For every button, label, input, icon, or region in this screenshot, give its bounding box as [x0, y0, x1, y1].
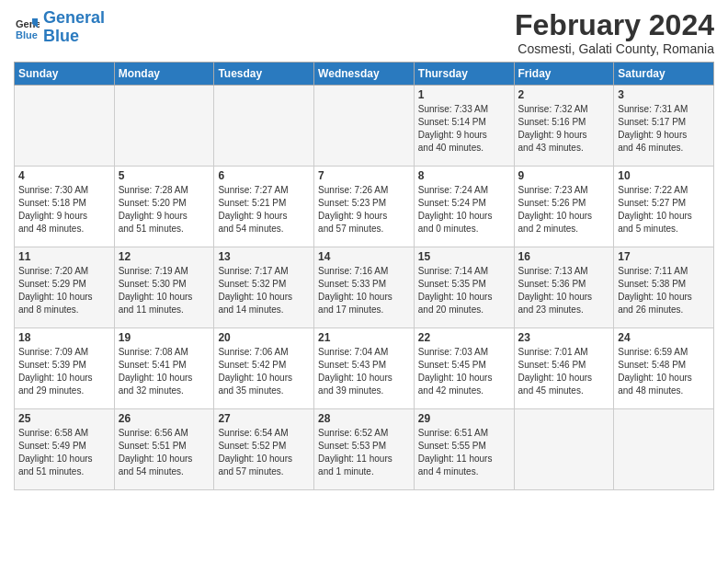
day-number: 11	[18, 250, 110, 263]
day-number: 4	[18, 169, 110, 182]
day-number: 14	[318, 250, 410, 263]
day-info: Sunrise: 6:52 AM Sunset: 5:53 PM Dayligh…	[318, 427, 410, 478]
day-info: Sunrise: 7:19 AM Sunset: 5:30 PM Dayligh…	[119, 265, 210, 316]
day-number: 18	[18, 331, 110, 344]
calendar-cell: 26Sunrise: 6:56 AM Sunset: 5:51 PM Dayli…	[114, 409, 214, 490]
calendar-cell: 28Sunrise: 6:52 AM Sunset: 5:53 PM Dayli…	[314, 409, 415, 490]
logo-text: General Blue	[43, 9, 105, 46]
title-block: February 2024 Cosmesti, Galati County, R…	[515, 9, 714, 56]
day-info: Sunrise: 7:27 AM Sunset: 5:21 PM Dayligh…	[218, 184, 310, 236]
calendar-cell: 20Sunrise: 7:06 AM Sunset: 5:42 PM Dayli…	[214, 328, 314, 409]
day-info: Sunrise: 7:06 AM Sunset: 5:42 PM Dayligh…	[218, 346, 310, 397]
day-info: Sunrise: 7:08 AM Sunset: 5:41 PM Dayligh…	[119, 346, 210, 397]
calendar-cell: 15Sunrise: 7:14 AM Sunset: 5:35 PM Dayli…	[414, 247, 514, 328]
calendar-cell: 10Sunrise: 7:22 AM Sunset: 5:27 PM Dayli…	[614, 167, 714, 247]
svg-text:Blue: Blue	[16, 29, 38, 40]
day-info: Sunrise: 7:22 AM Sunset: 5:27 PM Dayligh…	[618, 184, 710, 236]
day-info: Sunrise: 7:09 AM Sunset: 5:39 PM Dayligh…	[18, 346, 110, 397]
week-row-3: 18Sunrise: 7:09 AM Sunset: 5:39 PM Dayli…	[15, 328, 714, 409]
calendar-cell: 22Sunrise: 7:03 AM Sunset: 5:45 PM Dayli…	[414, 328, 514, 409]
day-info: Sunrise: 7:14 AM Sunset: 5:35 PM Dayligh…	[418, 265, 510, 316]
day-info: Sunrise: 6:59 AM Sunset: 5:48 PM Dayligh…	[618, 346, 710, 397]
page-container: General Blue General Blue February 2024 …	[0, 0, 728, 495]
day-number: 3	[618, 88, 710, 101]
day-header-friday: Friday	[514, 63, 614, 86]
day-number: 22	[418, 331, 510, 344]
day-info: Sunrise: 7:04 AM Sunset: 5:43 PM Dayligh…	[318, 346, 410, 397]
day-info: Sunrise: 7:03 AM Sunset: 5:45 PM Dayligh…	[418, 346, 510, 397]
day-info: Sunrise: 6:58 AM Sunset: 5:49 PM Dayligh…	[18, 427, 110, 478]
day-info: Sunrise: 7:13 AM Sunset: 5:36 PM Dayligh…	[518, 265, 610, 316]
day-number: 13	[218, 250, 310, 263]
calendar-cell: 7Sunrise: 7:26 AM Sunset: 5:23 PM Daylig…	[314, 167, 415, 247]
day-header-thursday: Thursday	[414, 63, 514, 86]
day-number: 8	[418, 169, 510, 182]
day-header-saturday: Saturday	[614, 63, 714, 86]
day-number: 27	[218, 412, 310, 425]
calendar-cell: 16Sunrise: 7:13 AM Sunset: 5:36 PM Dayli…	[514, 247, 614, 328]
calendar-cell: 5Sunrise: 7:28 AM Sunset: 5:20 PM Daylig…	[114, 167, 214, 247]
week-row-1: 4Sunrise: 7:30 AM Sunset: 5:18 PM Daylig…	[15, 167, 714, 247]
calendar-cell	[314, 86, 415, 167]
day-info: Sunrise: 6:54 AM Sunset: 5:52 PM Dayligh…	[218, 427, 310, 478]
day-number: 23	[518, 331, 610, 344]
day-info: Sunrise: 7:11 AM Sunset: 5:38 PM Dayligh…	[618, 265, 710, 316]
calendar-cell: 4Sunrise: 7:30 AM Sunset: 5:18 PM Daylig…	[15, 167, 115, 247]
calendar-cell	[114, 86, 214, 167]
calendar-cell: 6Sunrise: 7:27 AM Sunset: 5:21 PM Daylig…	[214, 167, 314, 247]
calendar-cell: 29Sunrise: 6:51 AM Sunset: 5:55 PM Dayli…	[414, 409, 514, 490]
calendar-cell: 19Sunrise: 7:08 AM Sunset: 5:41 PM Dayli…	[114, 328, 214, 409]
day-number: 5	[119, 169, 210, 182]
day-number: 19	[119, 331, 210, 344]
day-number: 1	[418, 88, 510, 101]
calendar-cell: 14Sunrise: 7:16 AM Sunset: 5:33 PM Dayli…	[314, 247, 415, 328]
week-row-0: 1Sunrise: 7:33 AM Sunset: 5:14 PM Daylig…	[15, 86, 714, 167]
day-info: Sunrise: 6:51 AM Sunset: 5:55 PM Dayligh…	[418, 427, 510, 478]
day-number: 12	[119, 250, 210, 263]
header: General Blue General Blue February 2024 …	[14, 9, 714, 56]
calendar-cell	[15, 86, 115, 167]
week-row-2: 11Sunrise: 7:20 AM Sunset: 5:29 PM Dayli…	[15, 247, 714, 328]
day-info: Sunrise: 7:32 AM Sunset: 5:16 PM Dayligh…	[518, 103, 610, 155]
calendar-cell: 2Sunrise: 7:32 AM Sunset: 5:16 PM Daylig…	[514, 86, 614, 167]
day-header-wednesday: Wednesday	[314, 63, 415, 86]
calendar-cell: 18Sunrise: 7:09 AM Sunset: 5:39 PM Dayli…	[15, 328, 115, 409]
calendar-cell: 27Sunrise: 6:54 AM Sunset: 5:52 PM Dayli…	[214, 409, 314, 490]
day-info: Sunrise: 7:30 AM Sunset: 5:18 PM Dayligh…	[18, 184, 110, 236]
calendar-cell	[514, 409, 614, 490]
day-header-sunday: Sunday	[15, 63, 115, 86]
header-row: SundayMondayTuesdayWednesdayThursdayFrid…	[15, 63, 714, 86]
day-number: 25	[18, 412, 110, 425]
day-info: Sunrise: 7:24 AM Sunset: 5:24 PM Dayligh…	[418, 184, 510, 236]
logo-general: General	[43, 8, 105, 27]
calendar-cell: 12Sunrise: 7:19 AM Sunset: 5:30 PM Dayli…	[114, 247, 214, 328]
calendar-cell: 21Sunrise: 7:04 AM Sunset: 5:43 PM Dayli…	[314, 328, 415, 409]
day-number: 20	[218, 331, 310, 344]
calendar-table: SundayMondayTuesdayWednesdayThursdayFrid…	[14, 62, 714, 490]
day-number: 9	[518, 169, 610, 182]
calendar-cell	[614, 409, 714, 490]
day-info: Sunrise: 7:16 AM Sunset: 5:33 PM Dayligh…	[318, 265, 410, 316]
day-number: 15	[418, 250, 510, 263]
logo-icon: General Blue	[14, 15, 40, 40]
day-info: Sunrise: 7:26 AM Sunset: 5:23 PM Dayligh…	[318, 184, 410, 236]
day-info: Sunrise: 7:01 AM Sunset: 5:46 PM Dayligh…	[518, 346, 610, 397]
day-number: 10	[618, 169, 710, 182]
day-header-tuesday: Tuesday	[214, 63, 314, 86]
day-info: Sunrise: 7:23 AM Sunset: 5:26 PM Dayligh…	[518, 184, 610, 236]
calendar-cell: 3Sunrise: 7:31 AM Sunset: 5:17 PM Daylig…	[614, 86, 714, 167]
calendar-cell: 1Sunrise: 7:33 AM Sunset: 5:14 PM Daylig…	[414, 86, 514, 167]
calendar-cell: 8Sunrise: 7:24 AM Sunset: 5:24 PM Daylig…	[414, 167, 514, 247]
calendar-cell: 17Sunrise: 7:11 AM Sunset: 5:38 PM Dayli…	[614, 247, 714, 328]
day-info: Sunrise: 7:33 AM Sunset: 5:14 PM Dayligh…	[418, 103, 510, 155]
day-number: 21	[318, 331, 410, 344]
day-info: Sunrise: 7:28 AM Sunset: 5:20 PM Dayligh…	[119, 184, 210, 236]
logo: General Blue General Blue	[14, 9, 105, 46]
day-number: 16	[518, 250, 610, 263]
day-number: 24	[618, 331, 710, 344]
day-info: Sunrise: 7:20 AM Sunset: 5:29 PM Dayligh…	[18, 265, 110, 316]
calendar-cell: 9Sunrise: 7:23 AM Sunset: 5:26 PM Daylig…	[514, 167, 614, 247]
day-header-monday: Monday	[114, 63, 214, 86]
calendar-cell: 11Sunrise: 7:20 AM Sunset: 5:29 PM Dayli…	[15, 247, 115, 328]
week-row-4: 25Sunrise: 6:58 AM Sunset: 5:49 PM Dayli…	[15, 409, 714, 490]
